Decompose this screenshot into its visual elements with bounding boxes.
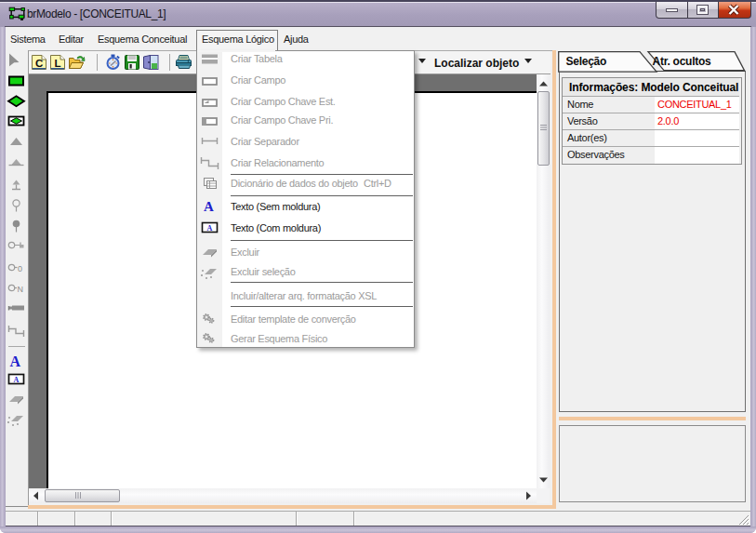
svg-text:A: A bbox=[14, 376, 20, 384]
svg-text:A: A bbox=[204, 199, 214, 214]
svg-text:N: N bbox=[18, 285, 24, 294]
svg-text:0: 0 bbox=[18, 264, 22, 273]
svg-text:Seleção: Seleção bbox=[566, 55, 607, 68]
svg-text:C: C bbox=[35, 58, 43, 69]
svg-text:L: L bbox=[55, 58, 61, 69]
svg-text:Atr. ocultos: Atr. ocultos bbox=[653, 55, 712, 68]
svg-text:A: A bbox=[10, 353, 21, 369]
svg-text:A: A bbox=[207, 224, 213, 233]
